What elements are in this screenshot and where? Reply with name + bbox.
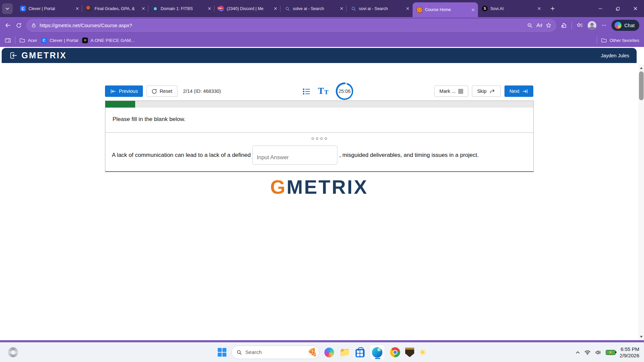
copilot-taskbar-icon[interactable] (324, 348, 334, 357)
tab-sovi-ai[interactable]: S Sovi.AI (478, 0, 544, 17)
folder-icon (19, 38, 25, 43)
settings-more-icon[interactable] (601, 22, 607, 28)
skip-button[interactable]: Skip (472, 85, 500, 97)
back-button[interactable] (5, 22, 11, 28)
scrollbar-thumb[interactable] (639, 71, 644, 100)
minimize-button[interactable] (592, 0, 609, 17)
favorites-bar: Acer C Clever | Portal A ONE PIECE GAM..… (0, 34, 644, 47)
file-explorer-icon[interactable]: 📁 (339, 348, 351, 357)
user-name[interactable]: Jayden Jules (601, 53, 629, 58)
copilot-icon (614, 22, 622, 29)
taskbar-clock[interactable]: 6:55 PM 2/9/2026 (620, 346, 639, 359)
tab-close-icon[interactable] (340, 7, 343, 10)
tab-close-icon[interactable] (274, 7, 277, 10)
domain-site-icon (152, 6, 158, 11)
url-field[interactable]: https://gmetrix.net/Courses/Course.aspx? (26, 19, 556, 32)
tab-title: Final Grades, GPA, & (95, 6, 139, 11)
favorites-list-icon[interactable] (577, 22, 583, 28)
lock-icon (31, 23, 36, 28)
maximize-button[interactable] (609, 0, 627, 17)
tab-course-home-active[interactable]: Course Home (413, 2, 478, 17)
scroll-up-arrow[interactable] (638, 65, 644, 71)
previous-button[interactable]: Previous (105, 85, 143, 97)
gmetrix-logo-rest: METRIX (287, 176, 368, 198)
clock-time: 6:55 PM (620, 346, 639, 353)
gmetrix-site-icon (417, 7, 422, 13)
exit-course-icon[interactable] (9, 52, 17, 59)
gmetrix-brand: GMETRIX (21, 51, 67, 60)
window-controls (592, 0, 644, 17)
favorite-label: Clever | Portal (50, 38, 78, 43)
tab-final-grades[interactable]: Final Grades, GPA, & (82, 0, 148, 17)
start-button[interactable] (218, 348, 226, 357)
tab-close-icon[interactable] (471, 8, 475, 12)
question-prompt: Please fill in the blank below. (105, 108, 533, 133)
grades-site-icon (86, 6, 92, 11)
chrome-browser-icon[interactable] (390, 347, 400, 357)
tab-close-icon[interactable] (406, 7, 410, 10)
profile-avatar[interactable] (588, 21, 596, 30)
mark-for-review-button[interactable]: Mark ... (434, 85, 468, 97)
other-favorites[interactable]: Other favorites (601, 38, 639, 43)
volume-icon[interactable] (595, 350, 601, 355)
favorite-star-icon[interactable] (546, 22, 551, 28)
tab-title: Clever | Portal (29, 6, 73, 11)
text-size-icon[interactable]: TT (318, 87, 329, 95)
page-scrollbar[interactable] (638, 64, 644, 340)
taskbar-search-box[interactable]: Search 🍕 (231, 346, 319, 359)
tab-close-icon[interactable] (208, 7, 211, 10)
tab-domain-1-fitbs[interactable]: Domain 1: FITBS (148, 0, 214, 17)
battery-icon[interactable]: ⚡ (606, 350, 615, 355)
tab-title: solve ai - Search (293, 6, 337, 11)
chat-label: Chat (624, 23, 635, 28)
answer-input[interactable] (252, 145, 337, 165)
tab-title: Domain 1: FITBS (161, 6, 205, 11)
divider (597, 37, 597, 44)
scroll-down-arrow[interactable] (638, 334, 644, 340)
panel-drag-handle[interactable] (112, 135, 527, 141)
tray-expand-icon[interactable] (576, 351, 580, 354)
search-icon (236, 350, 242, 355)
edge-browser-icon-active[interactable] (370, 345, 385, 360)
tab-title: Sovi.AI (490, 6, 535, 11)
tab-close-icon[interactable] (537, 7, 541, 10)
clever-icon: C (20, 6, 26, 11)
close-window-button[interactable] (627, 0, 644, 17)
divider (572, 22, 572, 29)
folder-icon (601, 38, 607, 43)
url-text: https://gmetrix.net/Courses/Course.aspx? (40, 22, 132, 28)
tab-sovi-ai-search[interactable]: sovi ai - Search (346, 0, 413, 17)
tab-clever-portal[interactable]: C Clever | Portal (16, 0, 82, 17)
refresh-button[interactable] (16, 22, 22, 28)
tab-solve-ai-search[interactable]: solve ai - Search (280, 0, 346, 17)
reset-button[interactable]: Reset (147, 85, 177, 97)
tab-title: sovi ai - Search (359, 6, 403, 11)
mark-square-icon (458, 89, 463, 94)
timer-value: 25:06 (337, 84, 352, 99)
next-button[interactable]: Next (504, 85, 534, 97)
sentence-after: , misguided deliverables, and timing iss… (339, 152, 479, 159)
new-tab-button[interactable] (547, 3, 558, 14)
copilot-chat-button[interactable]: Chat (611, 20, 639, 31)
wifi-icon[interactable] (584, 350, 591, 355)
tab-search-button[interactable] (2, 3, 13, 14)
zoom-out-icon[interactable] (527, 22, 533, 28)
question-toolbar: Previous Reset 2/14 (ID: 468330) TT 25:0… (105, 82, 534, 100)
question-list-icon[interactable] (302, 87, 311, 95)
search-icon (351, 6, 356, 11)
tab-discord[interactable]: 2k+ (2340) Discord | Me (214, 0, 280, 17)
taskbar-widget-icon[interactable] (8, 347, 18, 357)
microsoft-store-icon[interactable] (356, 349, 365, 357)
game-site-icon (82, 38, 88, 43)
tab-close-icon[interactable] (75, 7, 79, 10)
favorite-acer-folder[interactable]: Acer (19, 38, 37, 43)
read-aloud-icon[interactable] (536, 22, 542, 28)
forge-game-icon[interactable] (405, 348, 414, 357)
sidebar-icon[interactable] (5, 38, 11, 43)
tab-close-icon[interactable] (142, 7, 145, 10)
page-content: GMETRIX Jayden Jules Previous Reset 2/14… (0, 47, 644, 340)
favorite-one-piece-game[interactable]: A ONE PIECE GAM... (82, 38, 135, 43)
favorite-clever-portal[interactable]: C Clever | Portal (41, 38, 78, 43)
walmart-icon[interactable]: ✳ (419, 348, 426, 357)
extensions-icon[interactable] (561, 22, 567, 28)
